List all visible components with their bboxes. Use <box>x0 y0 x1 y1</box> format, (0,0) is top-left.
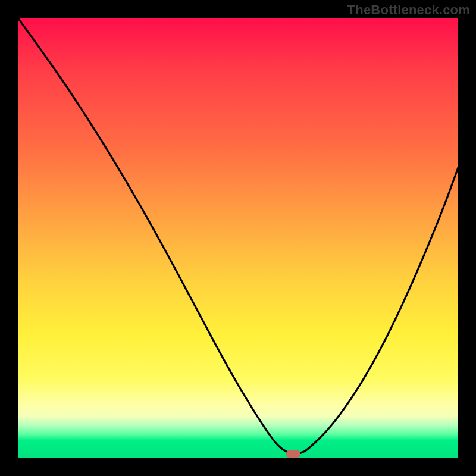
chart-frame: TheBottleneck.com <box>0 0 476 476</box>
bottleneck-curve <box>18 18 458 458</box>
plot-area <box>18 18 458 458</box>
watermark-text: TheBottleneck.com <box>347 2 470 18</box>
minimum-marker <box>286 450 300 458</box>
